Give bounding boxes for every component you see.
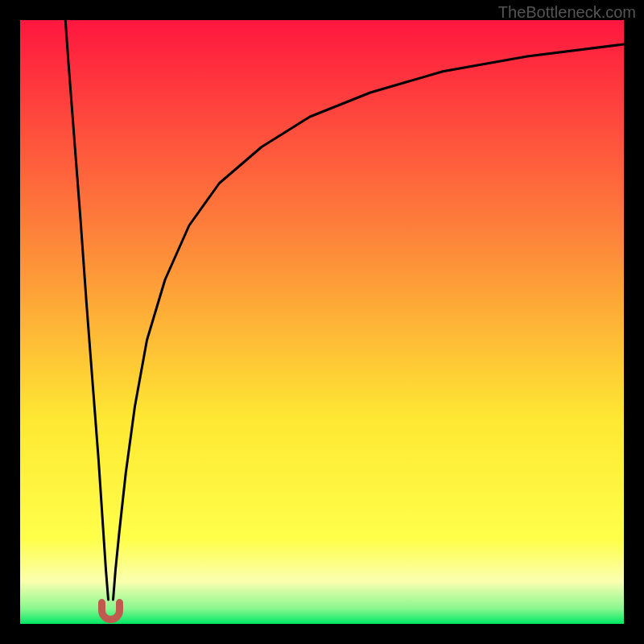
chart-svg <box>20 20 624 624</box>
attribution-label: TheBottleneck.com <box>498 3 636 22</box>
chart-container <box>20 20 624 624</box>
